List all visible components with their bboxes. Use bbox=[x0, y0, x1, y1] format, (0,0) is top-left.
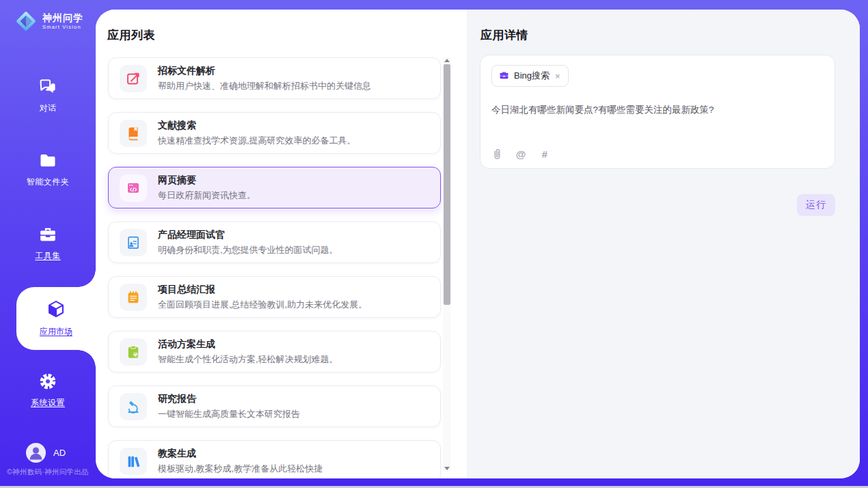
scrollbar-down-icon[interactable] bbox=[443, 465, 451, 472]
gear-icon bbox=[38, 371, 58, 392]
app-card-description: 明确身份和职责,为您提供专业性的面试问题。 bbox=[158, 244, 338, 256]
app-card-title: 招标文件解析 bbox=[158, 65, 371, 77]
hash-icon[interactable]: # bbox=[539, 148, 550, 160]
sidebar-item-label: 系统设置 bbox=[31, 397, 65, 409]
run-button[interactable]: 运行 bbox=[797, 194, 835, 216]
sidebar-item-chat[interactable]: 对话 bbox=[0, 77, 96, 114]
app-card-text: 项目总结汇报全面回顾项目进展,总结经验教训,助力未来优化发展。 bbox=[158, 284, 367, 311]
app-list: 招标文件解析帮助用户快速、准确地理解和解析招标书中的关键信息文献搜索快速精准查找… bbox=[108, 57, 441, 478]
app-card-description: 智能生成个性化活动方案,轻松解决规划难题。 bbox=[158, 353, 338, 366]
app-detail-title: 应用详情 bbox=[480, 27, 528, 43]
notepad-icon bbox=[120, 284, 147, 311]
app-card-description: 全面回顾项目进展,总结经验教训,助力未来优化发展。 bbox=[158, 299, 367, 311]
app-card[interactable]: 招标文件解析帮助用户快速、准确地理解和解析招标书中的关键信息 bbox=[108, 57, 441, 99]
app-card-description: 模板驱动,教案秒成,教学准备从此轻松快捷 bbox=[158, 463, 323, 475]
close-icon[interactable]: × bbox=[554, 72, 561, 81]
app-card-text: 网页摘要每日政府新闻资讯快查。 bbox=[158, 174, 256, 202]
app-card[interactable]: 研究报告一键智能生成高质量长文本研究报告 bbox=[108, 385, 441, 427]
app-detail-panel: 应用详情 Bing搜索 × 今日湖北有哪些新闻要点?有哪些需要关注的最新政策? bbox=[467, 10, 860, 478]
app-card-title: 活动方案生成 bbox=[158, 338, 338, 351]
app-card[interactable]: 文献搜索快速精准查找学术资源,提高研究效率的必备工具。 bbox=[108, 112, 441, 154]
app-card-description: 帮助用户快速、准确地理解和解析招标书中的关键信息 bbox=[158, 80, 371, 92]
sidebar-item-label: 应用市场 bbox=[40, 326, 72, 338]
scrollbar-thumb[interactable] bbox=[444, 64, 450, 305]
prompt-card[interactable]: Bing搜索 × 今日湖北有哪些新闻要点?有哪些需要关注的最新政策? @ # bbox=[480, 55, 835, 169]
user-initials: AD bbox=[53, 448, 66, 458]
sidebar-item-label: 工具集 bbox=[35, 250, 61, 262]
sidebar-item-toolbox[interactable]: 工具集 bbox=[0, 224, 96, 262]
app-card[interactable]: 教案生成模板驱动,教案秒成,教学准备从此轻松快捷 bbox=[108, 440, 441, 478]
app-card-description: 一键智能生成高质量长文本研究报告 bbox=[158, 408, 300, 420]
app-card[interactable]: 项目总结汇报全面回顾项目进展,总结经验教训,助力未来优化发展。 bbox=[108, 276, 441, 318]
interview-icon bbox=[120, 229, 147, 256]
paperclip-icon[interactable] bbox=[491, 148, 502, 160]
chat-icon bbox=[38, 77, 58, 97]
briefcase-icon bbox=[499, 70, 509, 82]
main-content: 应用列表 招标文件解析帮助用户快速、准确地理解和解析招标书中的关键信息文献搜索快… bbox=[96, 10, 860, 478]
copyright-text: ©神州数码·神州问学出品 bbox=[0, 467, 96, 477]
browser-code-icon bbox=[120, 174, 147, 202]
folder-icon bbox=[38, 150, 58, 171]
app-card-title: 教案生成 bbox=[158, 448, 323, 460]
app-card-text: 招标文件解析帮助用户快速、准确地理解和解析招标书中的关键信息 bbox=[158, 65, 371, 92]
user-row[interactable]: AD bbox=[26, 443, 66, 463]
cube-icon bbox=[46, 299, 66, 321]
app-card-description: 每日政府新闻资讯快查。 bbox=[158, 189, 256, 202]
books-icon bbox=[120, 448, 147, 475]
tool-tag-label: Bing搜索 bbox=[514, 70, 550, 82]
brand-logo: 神州问学 Smart Vision bbox=[14, 9, 83, 33]
app-card-text: 教案生成模板驱动,教案秒成,教学准备从此轻松快捷 bbox=[158, 448, 323, 475]
app-card-title: 项目总结汇报 bbox=[158, 284, 367, 296]
avatar-icon bbox=[26, 443, 46, 463]
app-card-text: 研究报告一键智能生成高质量长文本研究报告 bbox=[158, 393, 300, 420]
app-card-description: 快速精准查找学术资源,提高研究效率的必备工具。 bbox=[158, 135, 356, 147]
doc-edit-icon bbox=[120, 65, 147, 92]
composer-toolbar: @ # bbox=[491, 148, 824, 160]
tool-tag[interactable]: Bing搜索 × bbox=[491, 65, 569, 87]
brand-name: 神州问学 bbox=[42, 12, 83, 24]
app-card[interactable]: 网页摘要每日政府新闻资讯快查。 bbox=[108, 167, 441, 208]
app-card-title: 网页摘要 bbox=[158, 174, 256, 187]
sidebar: 神州问学 Smart Vision 对话智能文件夹工具集应用市场系统设置 AD … bbox=[0, 0, 96, 488]
clipboard-check-icon bbox=[120, 338, 147, 366]
brand-diamond-icon bbox=[14, 9, 38, 33]
sidebar-item-label: 对话 bbox=[40, 103, 57, 114]
scrollbar-up-icon[interactable] bbox=[443, 57, 451, 64]
app-list-panel: 应用列表 招标文件解析帮助用户快速、准确地理解和解析招标书中的关键信息文献搜索快… bbox=[96, 10, 467, 478]
app-card-text: 产品经理面试官明确身份和职责,为您提供专业性的面试问题。 bbox=[158, 229, 338, 256]
microscope-icon bbox=[120, 393, 147, 420]
app-card-title: 产品经理面试官 bbox=[158, 229, 338, 241]
app-card-title: 研究报告 bbox=[158, 393, 300, 405]
app-card[interactable]: 产品经理面试官明确身份和职责,为您提供专业性的面试问题。 bbox=[108, 221, 441, 263]
app-card-title: 文献搜索 bbox=[158, 120, 356, 132]
book-icon bbox=[120, 120, 147, 147]
scrollbar[interactable] bbox=[443, 57, 451, 472]
prompt-text[interactable]: 今日湖北有哪些新闻要点?有哪些需要关注的最新政策? bbox=[491, 103, 824, 117]
brand-subtitle: Smart Vision bbox=[42, 24, 83, 30]
app-card[interactable]: 活动方案生成智能生成个性化活动方案,轻松解决规划难题。 bbox=[108, 331, 441, 372]
sidebar-item-folder[interactable]: 智能文件夹 bbox=[0, 150, 96, 188]
brand-text: 神州问学 Smart Vision bbox=[42, 12, 83, 30]
mention-icon[interactable]: @ bbox=[515, 148, 526, 160]
app-card-text: 活动方案生成智能生成个性化活动方案,轻松解决规划难题。 bbox=[158, 338, 338, 366]
app-card-text: 文献搜索快速精准查找学术资源,提高研究效率的必备工具。 bbox=[158, 120, 356, 147]
sidebar-item-gear[interactable]: 系统设置 bbox=[0, 371, 96, 409]
app-list-title: 应用列表 bbox=[107, 27, 155, 43]
toolbox-icon bbox=[38, 224, 58, 245]
sidebar-item-label: 智能文件夹 bbox=[27, 176, 70, 188]
sidebar-item-cube[interactable]: 应用市场 bbox=[16, 287, 96, 350]
